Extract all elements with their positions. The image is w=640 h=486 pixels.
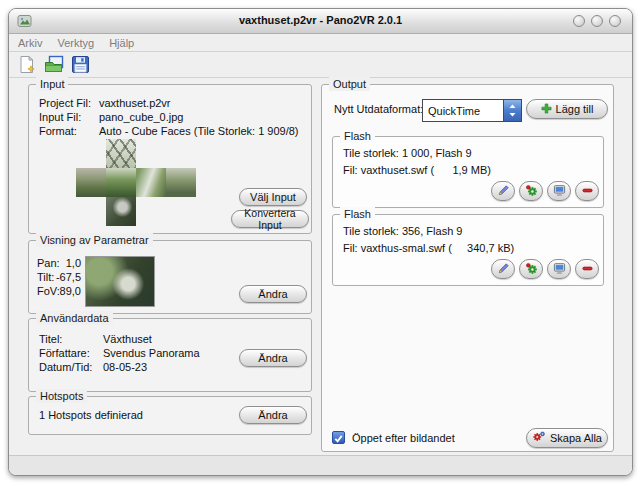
gears-icon bbox=[532, 430, 546, 446]
flash2-settings-button[interactable] bbox=[519, 259, 543, 279]
flash2-edit-button[interactable] bbox=[491, 259, 515, 279]
flash1-tile-size: Tile storlek: 1 000, Flash 9 bbox=[343, 147, 472, 160]
save-project-button[interactable] bbox=[70, 54, 92, 75]
cube-face-back bbox=[166, 168, 196, 197]
cube-face-right bbox=[136, 168, 166, 197]
monitor-icon bbox=[553, 262, 566, 277]
save-icon bbox=[71, 55, 91, 74]
input-group: Input Project Fil: vaxthuset.p2vr Input … bbox=[28, 84, 312, 234]
window-title: vaxthuset.p2vr - Pano2VR 2.0.1 bbox=[9, 14, 632, 26]
flash1-settings-button[interactable] bbox=[519, 181, 543, 201]
window-control-left-icon[interactable] bbox=[573, 15, 585, 27]
cube-face-bottom bbox=[106, 197, 136, 226]
output-legend: Output bbox=[329, 77, 370, 91]
cube-face-top bbox=[106, 139, 136, 168]
open-project-button[interactable] bbox=[43, 54, 65, 75]
minus-icon bbox=[581, 262, 594, 277]
new-output-format-label: Nytt Utdataformat: bbox=[334, 103, 423, 116]
input-file-value: pano_cube_0.jpg bbox=[99, 111, 183, 124]
menu-bar: Arkiv Verktyg Hjälp bbox=[9, 34, 632, 52]
create-all-label: Skapa Alla bbox=[550, 432, 602, 444]
edit-pen-icon bbox=[497, 184, 510, 199]
edit-pen-icon bbox=[497, 262, 510, 277]
select-input-button[interactable]: Välj Input bbox=[239, 188, 307, 206]
create-all-button[interactable]: Skapa Alla bbox=[526, 428, 608, 448]
date-value: 08-05-23 bbox=[103, 361, 147, 374]
title-label: Titel: bbox=[39, 333, 62, 346]
change-userdata-button[interactable]: Ändra bbox=[239, 349, 307, 367]
hotspots-legend: Hotspots bbox=[36, 389, 87, 403]
format-value: Auto - Cube Faces (Tile Storlek: 1 909/8… bbox=[99, 125, 299, 138]
flash2-file: Fil: vaxthus-smal.swf ( 340,7 kB) bbox=[343, 242, 514, 255]
flash-output-1: Flash Tile storlek: 1 000, Flash 9 Fil: … bbox=[332, 136, 604, 208]
hotspots-group: Hotspots 1 Hotspots definierad Ändra bbox=[28, 396, 312, 435]
project-file-value: vaxthuset.p2vr bbox=[99, 97, 171, 110]
menu-verktyg[interactable]: Verktyg bbox=[57, 37, 94, 49]
app-window: vaxthuset.p2vr - Pano2VR 2.0.1 Arkiv Ver… bbox=[8, 8, 633, 476]
flash-output-2: Flash Tile storlek: 356, Flash 9 Fil: va… bbox=[332, 214, 604, 286]
toolbar bbox=[9, 52, 632, 78]
menu-hjalp[interactable]: Hjälp bbox=[109, 37, 134, 49]
open-after-checkbox[interactable] bbox=[332, 431, 345, 444]
status-bar bbox=[9, 455, 632, 475]
convert-input-button[interactable]: Konvertera Input bbox=[231, 210, 309, 228]
flash2-tile-size: Tile storlek: 356, Flash 9 bbox=[343, 225, 462, 238]
flash2-preview-button[interactable] bbox=[547, 259, 571, 279]
flash1-edit-button[interactable] bbox=[491, 181, 515, 201]
check-icon bbox=[333, 433, 344, 444]
title-bar[interactable]: vaxthuset.p2vr - Pano2VR 2.0.1 bbox=[9, 9, 632, 34]
author-label: Författare: bbox=[39, 347, 90, 360]
window-controls bbox=[573, 15, 621, 27]
flash1-legend: Flash bbox=[340, 129, 375, 143]
add-format-button[interactable]: Lägg till bbox=[526, 99, 608, 119]
flash2-remove-button[interactable] bbox=[575, 259, 599, 279]
gear-settings-icon bbox=[525, 184, 538, 199]
project-file-label: Project Fil: bbox=[39, 97, 91, 110]
view-params-group: Visning av Parametrar Pan: 1,0 Tilt: -67… bbox=[28, 240, 312, 314]
user-data-group: Användardata Titel: Växthuset Författare… bbox=[28, 318, 312, 392]
new-project-button[interactable] bbox=[16, 54, 38, 75]
date-label: Datum/Tid: bbox=[39, 361, 92, 374]
minus-icon bbox=[581, 184, 594, 199]
open-after-label: Öppet efter bildandet bbox=[352, 432, 455, 445]
flash2-legend: Flash bbox=[340, 207, 375, 221]
flash1-file: Fil: vaxthuset.swf ( 1,9 MB) bbox=[343, 164, 491, 177]
cube-face-left bbox=[76, 168, 106, 197]
change-view-button[interactable]: Ändra bbox=[239, 285, 307, 303]
view-params-legend: Visning av Parametrar bbox=[36, 233, 153, 247]
cube-face-front bbox=[106, 168, 136, 197]
user-data-legend: Användardata bbox=[36, 311, 113, 325]
window-control-middle-icon[interactable] bbox=[591, 15, 603, 27]
monitor-icon bbox=[553, 184, 566, 199]
change-hotspots-button[interactable]: Ändra bbox=[239, 406, 307, 424]
gear-settings-icon bbox=[525, 262, 538, 277]
pan-value: 1,0 bbox=[61, 257, 81, 270]
output-group: Output Nytt Utdataformat: QuickTime Lägg… bbox=[321, 84, 614, 452]
pan-label: Pan: bbox=[37, 257, 60, 270]
flash1-preview-button[interactable] bbox=[547, 181, 571, 201]
author-value: Svendus Panorama bbox=[103, 347, 200, 360]
title-value: Växthuset bbox=[103, 333, 152, 346]
plus-icon bbox=[541, 103, 552, 116]
add-format-label: Lägg till bbox=[556, 103, 594, 115]
view-preview-image bbox=[85, 256, 155, 307]
tilt-value: -67,5 bbox=[51, 271, 81, 284]
new-file-icon bbox=[17, 55, 37, 74]
output-format-select[interactable]: QuickTime bbox=[422, 99, 522, 122]
output-format-value: QuickTime bbox=[423, 105, 503, 117]
cube-faces-preview bbox=[76, 139, 196, 226]
fov-value: 89,0 bbox=[51, 285, 81, 298]
window-control-right-icon[interactable] bbox=[609, 15, 621, 27]
format-label: Format: bbox=[39, 125, 77, 138]
hotspots-status: 1 Hotspots definierad bbox=[39, 409, 143, 422]
open-folder-icon bbox=[44, 55, 64, 74]
flash1-remove-button[interactable] bbox=[575, 181, 599, 201]
menu-arkiv[interactable]: Arkiv bbox=[18, 37, 42, 49]
input-group-legend: Input bbox=[36, 77, 68, 91]
input-file-label: Input Fil: bbox=[39, 111, 81, 124]
dropdown-stepper-icon bbox=[503, 100, 521, 121]
